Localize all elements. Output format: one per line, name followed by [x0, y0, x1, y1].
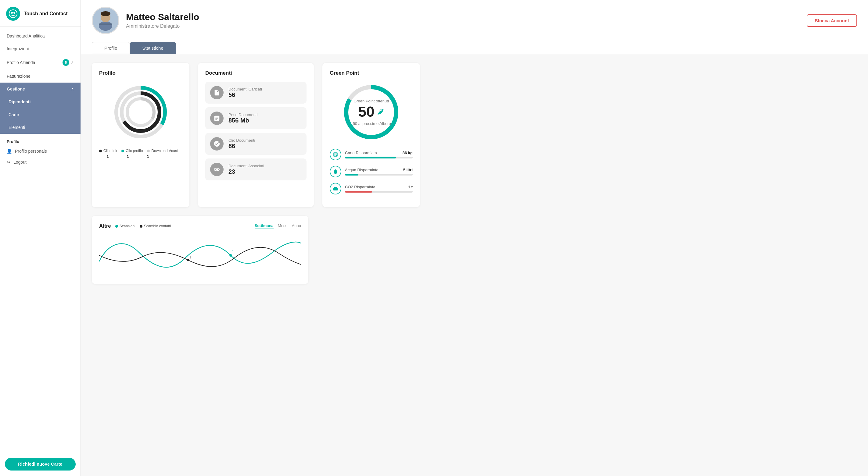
tab-statistiche[interactable]: Statistiche	[130, 42, 176, 54]
gestione-chevron: ∧	[71, 87, 74, 91]
green-point-value: 50	[358, 103, 374, 120]
clic-link-label: Clic Link	[103, 149, 117, 153]
clic-profilo-value: 1	[120, 154, 136, 159]
co2-progress-bar	[345, 191, 413, 193]
user-details: Matteo Saltarello Amministratore Delegat…	[126, 12, 199, 29]
sidebar-item-elementi-label: Elementi	[8, 125, 25, 130]
page-header: Matteo Saltarello Amministratore Delegat…	[81, 0, 868, 54]
sidebar-item-carte-label: Carte	[8, 112, 19, 117]
doc-peso-label: Peso Documenti	[228, 112, 257, 117]
profilo-legend: Clic Link Clic profilo Download Vcard	[99, 149, 182, 153]
sidebar-item-profilo-personale[interactable]: 👤 Profilo personale	[0, 146, 81, 157]
doc-associati-label: Documenti Associati	[228, 164, 264, 168]
carta-progress-fill	[345, 157, 396, 159]
carta-value: 86 kg	[403, 150, 413, 155]
sidebar: Touch and Contact Dashboard Analitica In…	[0, 0, 81, 476]
carta-label: Carta Risparmiata	[345, 150, 377, 155]
resource-carta: Carta Risparmiata 86 kg	[330, 149, 413, 160]
tab-mese[interactable]: Mese	[278, 224, 288, 229]
download-vcard-label: Download Vcard	[151, 149, 178, 153]
svg-point-1	[11, 12, 13, 14]
sidebar-item-fatturazione[interactable]: Fatturazione	[0, 70, 81, 82]
green-point-title: Green Point	[330, 70, 413, 76]
doc-associati-details: Documenti Associati 23	[228, 164, 264, 175]
tab-settimana[interactable]: Settimana	[255, 224, 274, 229]
sidebar-item-profilo-azienda-label: Profilo Azienda	[7, 60, 35, 65]
logo-icon	[6, 7, 20, 21]
legend-download-vcard: Download Vcard	[147, 149, 178, 153]
doc-caricati-details: Documenti Caricati 56	[228, 87, 262, 98]
user-info: Matteo Saltarello Amministratore Delegat…	[92, 7, 199, 34]
altre-legend: Scansioni Scambio contatti	[115, 224, 171, 228]
sidebar-item-carte[interactable]: Carte	[0, 108, 81, 121]
co2-progress-fill	[345, 191, 372, 193]
green-point-sub: -50 al prossimo Albero	[350, 121, 393, 126]
avatar	[92, 7, 119, 34]
tab-anno[interactable]: Anno	[292, 224, 301, 229]
doc-clic-label: Clic Documenti	[228, 138, 255, 143]
legend-scambio: Scambio contatti	[140, 224, 171, 228]
legend-scansioni: Scansioni	[115, 224, 135, 228]
sidebar-item-elementi[interactable]: Elementi	[0, 121, 81, 134]
profilo-card-title: Profilo	[99, 70, 182, 76]
svg-point-0	[9, 10, 17, 18]
documenti-card: Documenti Documenti Caricati 56 Peso Doc…	[198, 63, 314, 207]
sidebar-item-dipendenti[interactable]: Dipendenti	[0, 95, 81, 108]
doc-clic-icon	[210, 137, 223, 150]
svg-rect-7	[99, 24, 112, 25]
svg-point-6	[101, 11, 111, 16]
sidebar-item-dashboard-label: Dashboard Analitica	[7, 34, 45, 38]
profilo-card: Profilo Clic Link	[92, 63, 189, 207]
acqua-icon	[330, 166, 341, 177]
tab-profilo[interactable]: Profilo	[92, 42, 130, 54]
main-cards: Profilo Clic Link	[81, 54, 868, 216]
svg-point-18	[187, 259, 189, 261]
carta-info: Carta Risparmiata 86 kg	[345, 150, 413, 159]
sidebar-item-fatturazione-label: Fatturazione	[7, 74, 31, 79]
sidebar-item-gestione[interactable]: Gestione ∧	[0, 82, 81, 95]
co2-info: CO2 Risparmiata 1 t	[345, 185, 413, 193]
download-vcard-value: 1	[140, 154, 156, 159]
green-point-label: Green Point ottenuti	[350, 99, 393, 103]
logout-label: Logout	[13, 160, 27, 165]
acqua-progress-fill	[345, 174, 359, 175]
carta-icon	[330, 149, 341, 160]
acqua-progress-bar	[345, 174, 413, 175]
doc-row-associati: Documenti Associati 23	[205, 159, 307, 180]
clic-link-dot	[99, 149, 102, 152]
doc-caricati-value: 56	[228, 92, 262, 98]
altre-card: Altre Scansioni Scambio contatti Settima	[92, 216, 308, 284]
profilo-section-label: Profilo	[0, 134, 81, 146]
legend-clic-profilo: Clic profilo	[121, 149, 143, 153]
profilo-azienda-badge: 5	[63, 59, 69, 66]
app-name: Touch and Contact	[24, 11, 68, 16]
co2-label: CO2 Risparmiata	[345, 185, 375, 189]
acqua-info: Acqua Risparmiata 5 litri	[345, 168, 413, 175]
sidebar-navigation: Dashboard Analitica Integrazioni Profilo…	[0, 27, 81, 452]
sidebar-item-profilo-azienda[interactable]: Profilo Azienda 5 ∧	[0, 55, 81, 70]
doc-row-caricati: Documenti Caricati 56	[205, 82, 307, 104]
svg-point-16	[229, 254, 232, 257]
sidebar-item-logout[interactable]: ↪ Logout	[0, 157, 81, 168]
green-point-card: Green Point Green Point ottenuti 50 -50 …	[322, 63, 420, 207]
download-vcard-dot	[147, 149, 150, 152]
leaf-icon	[376, 108, 384, 115]
header-tabs: Profilo Statistiche	[92, 42, 857, 54]
sidebar-item-integrazioni[interactable]: Integrazioni	[0, 42, 81, 55]
scansioni-label: Scansioni	[120, 224, 135, 228]
carta-progress-bar	[345, 157, 413, 159]
svg-text:1: 1	[189, 256, 191, 259]
time-tabs: Settimana Mese Anno	[255, 224, 301, 229]
sidebar-item-dashboard[interactable]: Dashboard Analitica	[0, 30, 81, 42]
main-content: Matteo Saltarello Amministratore Delegat…	[81, 0, 868, 476]
blocca-account-button[interactable]: Blocca Account	[807, 14, 857, 27]
resource-acqua: Acqua Risparmiata 5 litri	[330, 166, 413, 177]
profilo-legend-values: 1 1 1	[99, 154, 182, 159]
richiedi-nuove-carte-button[interactable]: Richiedi nuove Carte	[5, 458, 75, 471]
doc-caricati-icon	[210, 86, 223, 99]
bottom-content: Altre Scansioni Scambio contatti Settima	[81, 216, 868, 293]
clic-profilo-label: Clic profilo	[126, 149, 143, 153]
profilo-personale-icon: 👤	[7, 149, 12, 154]
acqua-label-row: Acqua Risparmiata 5 litri	[345, 168, 413, 172]
svg-point-4	[99, 21, 112, 31]
